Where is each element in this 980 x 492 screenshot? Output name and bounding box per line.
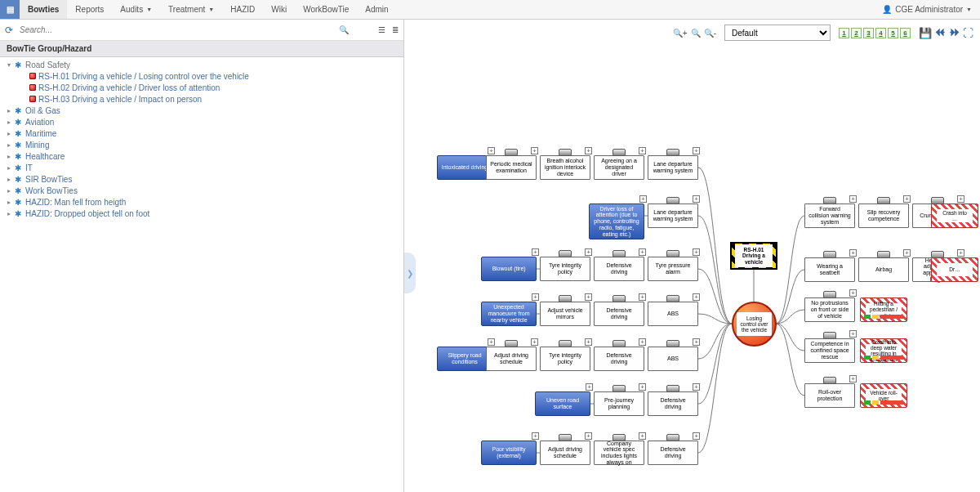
expand-plus-icon[interactable]: + (693, 293, 700, 301)
expand-plus-icon[interactable]: + (693, 195, 700, 203)
barrier-box[interactable]: Defensive driving (648, 391, 698, 416)
barrier-box[interactable]: Adjust vehicle mirrors (540, 302, 590, 326)
expand-plus-icon[interactable]: + (639, 383, 646, 391)
expand-plus-icon[interactable]: + (531, 338, 538, 346)
refresh-icon[interactable]: ⟳ (5, 25, 13, 36)
expand-plus-icon[interactable]: + (849, 249, 857, 257)
threat-box[interactable]: Slippery road conditions (437, 347, 492, 371)
expand-plus-icon[interactable]: + (849, 195, 857, 203)
twisty-icon[interactable]: ▸ (5, 199, 12, 206)
threat-box[interactable]: Uneven road surface (535, 391, 590, 416)
tree-row[interactable]: ▸✱Aviation (0, 116, 403, 127)
barrier-box[interactable]: Competence in confined space rescue (804, 338, 855, 363)
save-icon[interactable]: 💾 (919, 27, 932, 39)
expand-plus-icon[interactable]: + (532, 248, 539, 256)
twisty-icon[interactable]: ▸ (5, 164, 12, 172)
hazard-box[interactable]: RS-H.01 Driving a vehicle (730, 242, 777, 270)
expand-plus-icon[interactable]: + (639, 147, 646, 154)
barrier-box[interactable]: Defensive driving (594, 347, 644, 371)
barrier-box[interactable]: ABS (648, 302, 698, 326)
expand-plus-icon[interactable]: + (693, 432, 700, 440)
tree-row[interactable]: ▸✱Mining (0, 139, 403, 150)
zoom-reset-icon[interactable]: 🔍 (691, 29, 701, 38)
expand-plus-icon[interactable]: + (488, 338, 495, 346)
expand-plus-icon[interactable]: + (585, 338, 592, 346)
barrier-box[interactable]: ABS (648, 347, 698, 371)
nav-wiki[interactable]: Wiki (263, 0, 295, 19)
twisty-icon[interactable]: ▸ (5, 187, 12, 195)
barrier-box[interactable]: Tyre integrity policy (540, 347, 590, 371)
twisty-icon[interactable]: ▸ (5, 153, 12, 160)
barrier-box[interactable]: Adjust driving schedule (540, 441, 590, 465)
brand-logo[interactable]: ▤ (0, 0, 20, 19)
expand-plus-icon[interactable]: + (639, 248, 646, 256)
level-4[interactable]: 4 (875, 28, 886, 38)
expand-plus-icon[interactable]: + (639, 195, 647, 203)
barrier-box[interactable]: Airbag (858, 257, 909, 282)
barrier-box[interactable]: Forward collision warning system (804, 204, 855, 228)
barrier-box[interactable]: Defensive driving (594, 302, 644, 326)
twisty-icon[interactable]: ▸ (5, 130, 12, 137)
expand-plus-icon[interactable]: + (693, 338, 700, 346)
tree-row[interactable]: ▸✱IT (0, 162, 403, 173)
expand-plus-icon[interactable]: + (693, 383, 700, 391)
collapse-right-icon[interactable]: ⯮ (949, 27, 960, 39)
barrier-box[interactable]: Wearing a seatbelt (804, 257, 855, 282)
barrier-box[interactable]: Lane departure warning system (648, 155, 698, 180)
expand-plus-icon[interactable]: + (957, 249, 964, 257)
threat-box[interactable]: Driver loss of attention (due to phone, … (589, 204, 644, 239)
twisty-icon[interactable]: ▸ (5, 107, 12, 114)
twisty-icon[interactable]: ▾ (5, 61, 12, 69)
tree-row[interactable]: ▸✱Maritime (0, 127, 403, 139)
zoom-in-icon[interactable]: 🔍+ (673, 29, 688, 38)
expand-plus-icon[interactable]: + (849, 289, 857, 297)
barrier-box[interactable]: Roll-over protection (804, 383, 855, 408)
nav-audits[interactable]: Audits▼ (112, 0, 160, 19)
tree-row[interactable]: ▸✱Work BowTies (0, 185, 403, 196)
level-5[interactable]: 5 (888, 28, 898, 38)
consequence-box[interactable]: Crash into deep water resulting in entra… (860, 338, 907, 363)
collapse-all-icon[interactable]: ≣ (392, 25, 399, 34)
level-2[interactable]: 2 (851, 28, 862, 38)
expand-plus-icon[interactable]: + (957, 195, 964, 203)
tree-row[interactable]: ▸✱Healthcare (0, 150, 403, 162)
level-3[interactable]: 3 (863, 28, 874, 38)
tree-row[interactable]: RS-H.02 Driving a vehicle / Driver loss … (0, 82, 403, 93)
expand-plus-icon[interactable]: + (488, 147, 495, 154)
user-menu[interactable]: 👤 CGE Administrator ▼ (874, 0, 980, 19)
view-select[interactable]: Default (724, 25, 831, 41)
barrier-box[interactable]: No protrusions on front or side of vehic… (804, 297, 855, 322)
expand-plus-icon[interactable]: + (693, 147, 700, 154)
expand-plus-icon[interactable]: + (849, 330, 857, 338)
barrier-box[interactable]: Lane departure warning system (648, 204, 698, 228)
expand-plus-icon[interactable]: + (585, 248, 592, 256)
consequence-box[interactable]: Hitting a pedestrian / cyclist (860, 297, 907, 322)
fullscreen-icon[interactable]: ⛶ (963, 27, 973, 39)
nav-treatment[interactable]: Treatment▼ (160, 0, 222, 19)
nav-reports[interactable]: Reports (67, 0, 112, 19)
barrier-box[interactable]: Adjust driving schedule (486, 347, 537, 371)
threat-box[interactable]: Unexpected manoeuvre from nearby vehicle (481, 302, 537, 326)
tree-row[interactable]: ▸✱HAZID: Dropped object fell on foot (0, 208, 403, 219)
threat-box[interactable]: Intoxicated driving (437, 155, 492, 180)
level-6[interactable]: 6 (900, 28, 911, 38)
expand-plus-icon[interactable]: + (639, 432, 646, 440)
twisty-icon[interactable]: ▸ (5, 176, 12, 183)
tree-row[interactable]: ▸✱Oil & Gas (0, 105, 403, 116)
expand-plus-icon[interactable]: + (532, 432, 539, 440)
nav-workbowtie[interactable]: WorkBowTie (295, 0, 357, 19)
tree-row[interactable]: ▸✱HAZID: Man fell from heigth (0, 196, 403, 208)
nav-bowties[interactable]: Bowties (20, 0, 67, 19)
tree-row[interactable]: RS-H.01 Driving a vehicle / Losing contr… (0, 70, 403, 82)
expand-plus-icon[interactable]: + (531, 147, 538, 154)
nav-hazid[interactable]: HAZID (222, 0, 263, 19)
twisty-icon[interactable]: ▸ (5, 119, 12, 126)
diagram-canvas[interactable]: 🔍+ 🔍 🔍- Default 123456 💾 ⯬ ⯮ ⛶ ❯ RS-H.01… (404, 20, 980, 492)
consequence-box[interactable]: Dr… (931, 257, 978, 282)
barrier-box[interactable]: Slip recovery competence (858, 204, 909, 228)
collapse-left-icon[interactable]: ⯬ (935, 27, 946, 39)
expand-plus-icon[interactable]: + (532, 293, 539, 301)
barrier-box[interactable]: Company vehicle spec includes lights alw… (594, 441, 644, 465)
nav-admin[interactable]: Admin (357, 0, 396, 19)
expand-plus-icon[interactable]: + (849, 375, 857, 382)
